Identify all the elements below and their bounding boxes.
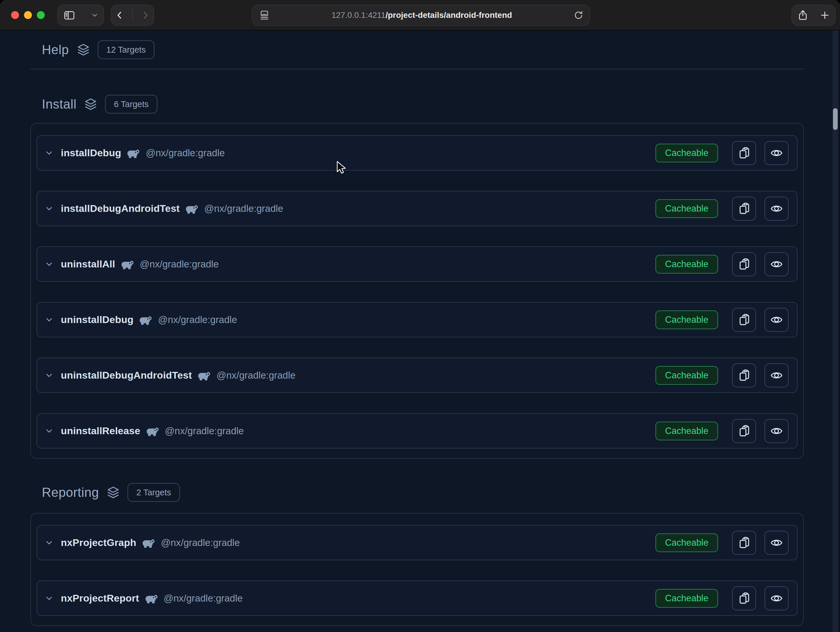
target-name: installDebug xyxy=(61,147,121,159)
forward-button[interactable] xyxy=(141,10,150,20)
copy-button[interactable] xyxy=(732,531,756,555)
target-executor: @nx/gradle:gradle xyxy=(216,370,295,381)
window-edge xyxy=(838,30,840,632)
view-details-button[interactable] xyxy=(764,197,788,221)
nav-divider xyxy=(132,9,133,21)
section-title: Install xyxy=(42,97,76,112)
section-title: Help xyxy=(42,43,69,57)
chevron-down-icon[interactable] xyxy=(91,11,99,19)
target-executor: @nx/gradle:gradle xyxy=(158,314,237,325)
copy-button[interactable] xyxy=(732,363,756,387)
target-name: uninstallDebug xyxy=(61,314,133,325)
window-controls xyxy=(11,11,45,19)
target-executor: @nx/gradle:gradle xyxy=(140,259,219,270)
copy-button[interactable] xyxy=(732,308,756,332)
section-header-install: Install 6 Targets xyxy=(42,94,157,115)
view-details-button[interactable] xyxy=(764,141,788,165)
minimize-window-button[interactable] xyxy=(24,11,32,19)
gradle-icon xyxy=(120,260,134,270)
reload-button[interactable] xyxy=(573,10,584,20)
target-row-uninstallDebugAndroidTest[interactable]: uninstallDebugAndroidTest @nx/gradle:gra… xyxy=(36,357,797,393)
zoom-window-button[interactable] xyxy=(37,11,45,19)
target-row-installDebug[interactable]: installDebug @nx/gradle:gradle Cacheable xyxy=(36,135,797,171)
mouse-cursor xyxy=(336,161,347,175)
chevron-down-icon[interactable] xyxy=(44,371,54,380)
targets-count-badge: 12 Targets xyxy=(98,40,155,59)
target-name: nxProjectReport xyxy=(61,592,139,604)
section-divider xyxy=(30,69,804,70)
url-path: /project-details/android-frontend xyxy=(385,11,512,20)
chevron-down-icon[interactable] xyxy=(44,315,54,324)
gradle-icon xyxy=(146,427,159,436)
view-details-button[interactable] xyxy=(764,308,788,332)
cacheable-badge: Cacheable xyxy=(655,255,718,273)
gradle-icon xyxy=(142,539,155,548)
cacheable-badge: Cacheable xyxy=(655,199,718,218)
targets-count-badge: 2 Targets xyxy=(128,483,180,502)
sidebar-toggle-button[interactable] xyxy=(57,5,104,26)
target-row-nxProjectGraph[interactable]: nxProjectGraph @nx/gradle:gradle Cacheab… xyxy=(36,525,797,560)
view-details-button[interactable] xyxy=(764,419,788,443)
chevron-down-icon[interactable] xyxy=(44,149,54,158)
target-executor: @nx/gradle:gradle xyxy=(161,537,240,548)
target-name: uninstallRelease xyxy=(61,425,141,436)
chevron-down-icon[interactable] xyxy=(44,538,54,547)
copy-button[interactable] xyxy=(732,141,756,165)
target-row-nxProjectReport[interactable]: nxProjectReport @nx/gradle:gradle Cachea… xyxy=(36,580,797,616)
cacheable-badge: Cacheable xyxy=(655,144,718,163)
gradle-icon xyxy=(144,594,158,604)
targets-count-badge: 6 Targets xyxy=(105,95,157,114)
scrollbar-thumb[interactable] xyxy=(833,108,838,130)
reporting-targets-card: nxProjectGraph @nx/gradle:gradle Cacheab… xyxy=(30,513,804,626)
target-executor: @nx/gradle:gradle xyxy=(165,425,244,436)
layers-icon xyxy=(77,43,90,57)
project-details-page: Help 12 Targets Install 6 Targets instal… xyxy=(0,30,840,632)
cacheable-badge: Cacheable xyxy=(655,589,718,608)
history-nav-group xyxy=(111,5,154,26)
target-row-uninstallRelease[interactable]: uninstallRelease @nx/gradle:gradle Cache… xyxy=(36,413,797,449)
back-button[interactable] xyxy=(115,10,125,20)
target-executor: @nx/gradle:gradle xyxy=(204,203,283,214)
view-details-button[interactable] xyxy=(764,363,788,387)
gradle-icon xyxy=(185,204,198,214)
layers-icon xyxy=(84,98,97,111)
view-details-button[interactable] xyxy=(764,252,788,276)
target-name: nxProjectGraph xyxy=(61,537,136,548)
gradle-icon xyxy=(126,149,140,158)
target-row-uninstallAll[interactable]: uninstallAll @nx/gradle:gradle Cacheable xyxy=(36,246,797,282)
view-details-button[interactable] xyxy=(764,586,788,610)
view-details-button[interactable] xyxy=(764,531,788,555)
close-window-button[interactable] xyxy=(11,11,19,19)
target-row-installDebugAndroidTest[interactable]: installDebugAndroidTest @nx/gradle:gradl… xyxy=(36,191,797,226)
copy-button[interactable] xyxy=(732,252,756,276)
sidebar-icon xyxy=(63,9,76,21)
cacheable-badge: Cacheable xyxy=(655,310,718,329)
target-row-uninstallDebug[interactable]: uninstallDebug @nx/gradle:gradle Cacheab… xyxy=(36,302,797,337)
target-name: uninstallAll xyxy=(61,258,115,270)
target-executor: @nx/gradle:gradle xyxy=(146,147,225,159)
address-bar[interactable]: 127.0.0.1:4211/project-details/android-f… xyxy=(252,5,590,26)
target-executor: @nx/gradle:gradle xyxy=(164,593,243,604)
target-name: installDebugAndroidTest xyxy=(61,203,180,214)
gradle-icon xyxy=(139,316,152,325)
cacheable-badge: Cacheable xyxy=(655,366,718,385)
copy-button[interactable] xyxy=(732,197,756,221)
gradle-icon xyxy=(197,371,211,381)
chevron-down-icon[interactable] xyxy=(44,204,54,213)
chevron-down-icon[interactable] xyxy=(44,426,54,436)
section-header-help: Help 12 Targets xyxy=(42,39,155,60)
toolbar-right-group xyxy=(791,5,835,26)
cacheable-badge: Cacheable xyxy=(655,533,718,552)
copy-button[interactable] xyxy=(732,419,756,443)
target-name: uninstallDebugAndroidTest xyxy=(61,370,192,381)
layers-icon xyxy=(106,486,120,499)
chevron-down-icon[interactable] xyxy=(44,594,54,603)
share-button[interactable] xyxy=(797,9,809,21)
browser-window: 127.0.0.1:4211/project-details/android-f… xyxy=(0,0,840,632)
url-host: 127.0.0.1:4211 xyxy=(332,11,385,20)
new-tab-button[interactable] xyxy=(819,10,830,21)
copy-button[interactable] xyxy=(732,586,756,610)
page-settings-icon[interactable] xyxy=(259,9,270,21)
url-text[interactable]: 127.0.0.1:4211/project-details/android-f… xyxy=(270,11,573,20)
chevron-down-icon[interactable] xyxy=(44,259,54,269)
